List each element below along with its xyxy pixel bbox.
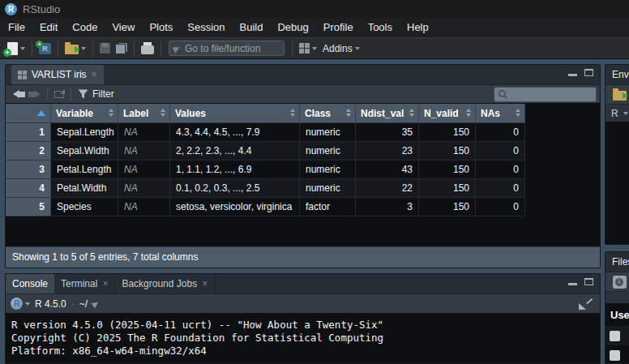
sort-icon xyxy=(290,109,295,117)
open-folder-icon xyxy=(65,45,79,54)
row-number: 3 xyxy=(6,161,51,179)
toolbar-separator xyxy=(32,41,32,56)
table-row[interactable]: 2 Sepal.Width NA 2, 2.2, 2.3, ..., 4.4 n… xyxy=(6,142,525,161)
row-number: 4 xyxy=(6,179,51,198)
search-icon xyxy=(498,89,508,100)
close-icon[interactable]: × xyxy=(202,278,208,289)
chevron-down-icon[interactable] xyxy=(25,302,30,306)
minimize-icon[interactable] xyxy=(568,278,577,285)
toolbar-separator xyxy=(160,41,161,56)
menu-help[interactable]: Help xyxy=(400,18,436,37)
clear-console-icon[interactable] xyxy=(579,298,592,310)
open-file-button[interactable] xyxy=(62,40,88,58)
install-packages-button[interactable] xyxy=(610,273,629,291)
sort-icon xyxy=(160,109,165,117)
column-header-nas[interactable]: NAs xyxy=(476,104,525,123)
tab-files[interactable]: Files xyxy=(605,252,629,272)
menu-build[interactable]: Build xyxy=(233,18,271,37)
cell-variable: Petal.Width xyxy=(51,179,118,198)
close-icon[interactable]: × xyxy=(102,278,108,289)
new-file-icon xyxy=(7,42,18,55)
cell-ndist-val: 22 xyxy=(356,179,419,198)
menu-edit[interactable]: Edit xyxy=(32,18,65,37)
cell-values: setosa, versicolor, virginica xyxy=(170,198,300,216)
menu-view[interactable]: View xyxy=(105,18,142,37)
filter-button[interactable]: Filter xyxy=(76,88,116,100)
tab-varlist-iris[interactable]: VARLIST iris × xyxy=(11,65,104,84)
cell-nas: 0 xyxy=(476,161,525,179)
menu-code[interactable]: Code xyxy=(65,18,105,37)
print-icon xyxy=(141,45,154,54)
column-header-n-valid[interactable]: N_valid xyxy=(419,104,476,123)
back-button[interactable] xyxy=(11,90,27,99)
load-workspace-button[interactable] xyxy=(610,86,629,104)
column-header-values[interactable]: Values xyxy=(170,104,300,123)
maximize-icon[interactable] xyxy=(584,278,593,285)
maximize-icon[interactable] xyxy=(584,69,593,76)
table-row[interactable]: 1 Sepal.Length NA 4.3, 4.4, 4.5, ..., 7.… xyxy=(6,123,525,142)
package-checkbox[interactable] xyxy=(610,350,620,361)
minimize-icon[interactable] xyxy=(568,69,577,76)
sort-ascending-icon xyxy=(37,110,45,116)
scope-label: R xyxy=(611,108,618,119)
table-search-box[interactable] xyxy=(494,87,597,102)
tab-console[interactable]: Console xyxy=(6,274,54,293)
workspace-panes-button[interactable] xyxy=(297,40,319,58)
column-header-variable[interactable]: Variable xyxy=(51,104,118,123)
packages-filter-row xyxy=(605,291,629,303)
menu-plots[interactable]: Plots xyxy=(142,18,180,37)
table-icon xyxy=(18,71,27,79)
menu-session[interactable]: Session xyxy=(180,18,232,37)
goto-directory-icon[interactable] xyxy=(91,299,100,308)
panes-grid-icon xyxy=(299,43,310,54)
package-row xyxy=(605,345,629,364)
open-in-new-window-button[interactable] xyxy=(53,91,66,98)
chevron-down-icon xyxy=(81,47,86,50)
tab-environment[interactable]: Environment xyxy=(605,65,629,84)
column-header-rownum[interactable] xyxy=(6,104,51,123)
goto-file-function-box[interactable] xyxy=(169,41,285,56)
column-header-ndist-val[interactable]: Ndist_val xyxy=(356,104,419,123)
table-status-bar: Showing 1 to 5 of 5 entries, 7 total col… xyxy=(6,246,600,268)
cell-class: numeric xyxy=(300,123,356,142)
tab-terminal[interactable]: Terminal × xyxy=(54,274,115,293)
forward-button[interactable] xyxy=(27,90,42,99)
sort-icon xyxy=(346,109,351,117)
goto-file-function-input[interactable] xyxy=(185,43,280,54)
table-row[interactable]: 3 Petal.Length NA 1, 1.1, 1.2, ..., 6.9 … xyxy=(6,161,525,179)
cell-ndist-val: 43 xyxy=(356,161,419,179)
menu-debug[interactable]: Debug xyxy=(270,18,315,37)
menu-tools[interactable]: Tools xyxy=(361,18,400,37)
menu-file[interactable]: File xyxy=(1,18,32,37)
new-file-button[interactable] xyxy=(5,40,28,58)
addins-button[interactable]: Addins xyxy=(319,43,363,54)
main-toolbar: R Addins xyxy=(0,37,629,59)
tab-background-jobs[interactable]: Background Jobs × xyxy=(115,274,215,293)
back-arrow-icon xyxy=(13,90,25,99)
print-button[interactable] xyxy=(139,40,156,58)
column-header-class[interactable]: Class xyxy=(300,104,356,123)
cell-variable: Sepal.Width xyxy=(51,142,118,161)
save-all-button[interactable] xyxy=(113,40,130,58)
table-search-input[interactable] xyxy=(508,89,593,101)
menu-bar: File Edit Code View Plots Session Build … xyxy=(0,18,629,37)
column-header-label[interactable]: Label xyxy=(118,104,170,123)
cell-class: factor xyxy=(300,198,356,216)
close-icon[interactable]: × xyxy=(92,69,97,80)
save-all-icon xyxy=(115,43,127,54)
cell-nas: 0 xyxy=(476,198,525,216)
package-checkbox[interactable] xyxy=(610,331,620,341)
new-project-button[interactable]: R xyxy=(36,40,53,58)
table-row[interactable]: 4 Petal.Width NA 0.1, 0.2, 0.3, ..., 2.5… xyxy=(6,179,525,198)
r-version-label: R 4.5.0 xyxy=(35,298,66,310)
cell-values: 2, 2.2, 2.3, ..., 4.4 xyxy=(170,142,300,161)
toolbar-separator xyxy=(58,41,58,56)
environment-scope-dropdown[interactable]: R xyxy=(605,104,629,122)
console-output[interactable]: R version 4.5.0 (2025-04-11 ucrt) -- "Ho… xyxy=(6,313,600,364)
table-row[interactable]: 5 Species NA setosa, versicolor, virgini… xyxy=(6,198,525,216)
save-button[interactable] xyxy=(97,40,113,58)
environment-toolbar xyxy=(605,84,629,104)
chevron-down-icon xyxy=(312,47,317,50)
environment-tab-row: Environment xyxy=(605,65,629,84)
menu-profile[interactable]: Profile xyxy=(316,18,361,37)
